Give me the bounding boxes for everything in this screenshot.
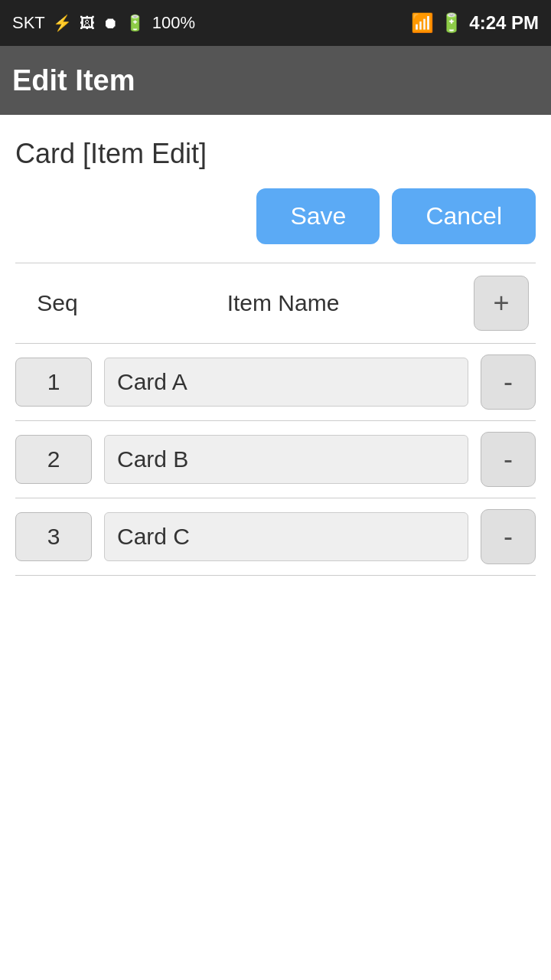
seq-cell-3: 3 [15,512,92,561]
signal-icon: 📶 [411,12,434,34]
record-icon: ⏺ [103,15,118,32]
seq-cell-1: 1 [15,358,92,407]
name-input-2[interactable] [104,435,468,484]
remove-button-2[interactable]: - [481,432,536,487]
status-right: 📶 🔋 4:24 PM [411,12,539,34]
remove-button-3[interactable]: - [481,509,536,564]
status-left: SKT ⚡ 🖼 ⏺ 🔋 100% [12,13,195,33]
time-display: 4:24 PM [469,12,539,34]
main-content: Card [Item Edit] Save Cancel Seq Item Na… [0,115,551,591]
table-header: Seq Item Name + [15,263,536,344]
add-item-button[interactable]: + [474,276,529,331]
battery-full-icon: 🔋 [440,12,463,34]
save-button[interactable]: Save [256,188,380,244]
col-seq-header: Seq [15,290,99,316]
status-bar: SKT ⚡ 🖼 ⏺ 🔋 100% 📶 🔋 4:24 PM [0,0,551,46]
carrier-text: SKT [12,13,45,33]
battery-icon: 🔋 [126,14,145,32]
name-input-3[interactable] [104,512,468,561]
card-title: Card [Item Edit] [15,138,536,170]
name-input-1[interactable] [104,358,468,407]
table-row: 3 - [15,498,536,576]
remove-button-1[interactable]: - [481,354,536,410]
table-row: 1 - [15,344,536,421]
action-button-row: Save Cancel [15,188,536,244]
usb-icon: ⚡ [53,14,72,32]
page-title: Edit Item [12,64,135,97]
col-name-header: Item Name [99,290,467,316]
battery-percent: 100% [152,13,195,33]
action-bar: Edit Item [0,46,551,115]
table-row: 2 - [15,421,536,498]
cancel-button[interactable]: Cancel [392,188,536,244]
col-action-header: + [467,276,536,331]
image-icon: 🖼 [80,15,95,32]
seq-cell-2: 2 [15,435,92,484]
